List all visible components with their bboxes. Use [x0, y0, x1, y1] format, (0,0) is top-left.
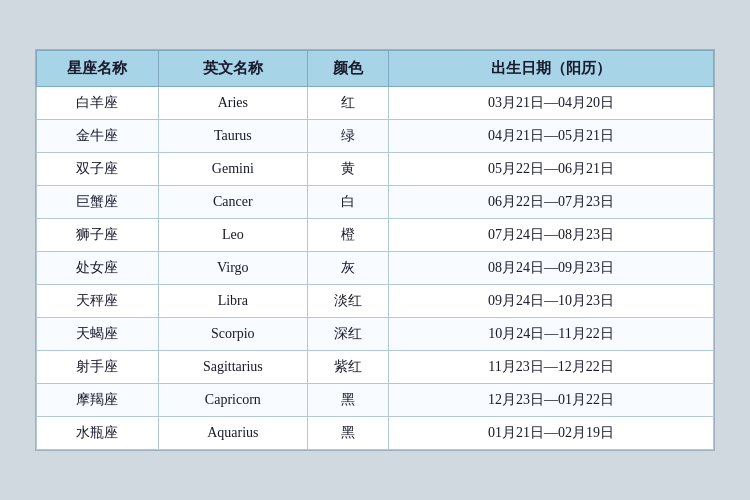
cell-color: 橙	[307, 219, 388, 252]
cell-english: Aries	[158, 87, 307, 120]
cell-color: 白	[307, 186, 388, 219]
table-row: 狮子座Leo橙07月24日—08月23日	[37, 219, 714, 252]
cell-english: Capricorn	[158, 384, 307, 417]
cell-date: 01月21日—02月19日	[389, 417, 714, 450]
cell-date: 06月22日—07月23日	[389, 186, 714, 219]
cell-color: 黑	[307, 384, 388, 417]
cell-chinese: 巨蟹座	[37, 186, 159, 219]
cell-english: Gemini	[158, 153, 307, 186]
cell-chinese: 摩羯座	[37, 384, 159, 417]
cell-date: 10月24日—11月22日	[389, 318, 714, 351]
cell-english: Taurus	[158, 120, 307, 153]
cell-date: 11月23日—12月22日	[389, 351, 714, 384]
table-body: 白羊座Aries红03月21日—04月20日金牛座Taurus绿04月21日—0…	[37, 87, 714, 450]
table-row: 天蝎座Scorpio深红10月24日—11月22日	[37, 318, 714, 351]
header-date: 出生日期（阳历）	[389, 51, 714, 87]
table-header-row: 星座名称 英文名称 颜色 出生日期（阳历）	[37, 51, 714, 87]
cell-english: Cancer	[158, 186, 307, 219]
cell-chinese: 狮子座	[37, 219, 159, 252]
cell-date: 09月24日—10月23日	[389, 285, 714, 318]
cell-chinese: 白羊座	[37, 87, 159, 120]
table-row: 巨蟹座Cancer白06月22日—07月23日	[37, 186, 714, 219]
cell-chinese: 金牛座	[37, 120, 159, 153]
cell-date: 12月23日—01月22日	[389, 384, 714, 417]
cell-color: 灰	[307, 252, 388, 285]
cell-color: 红	[307, 87, 388, 120]
cell-chinese: 水瓶座	[37, 417, 159, 450]
header-english: 英文名称	[158, 51, 307, 87]
table-row: 水瓶座Aquarius黑01月21日—02月19日	[37, 417, 714, 450]
header-color: 颜色	[307, 51, 388, 87]
cell-date: 04月21日—05月21日	[389, 120, 714, 153]
cell-color: 深红	[307, 318, 388, 351]
cell-chinese: 双子座	[37, 153, 159, 186]
cell-date: 08月24日—09月23日	[389, 252, 714, 285]
table-row: 双子座Gemini黄05月22日—06月21日	[37, 153, 714, 186]
cell-color: 黑	[307, 417, 388, 450]
cell-color: 黄	[307, 153, 388, 186]
zodiac-table: 星座名称 英文名称 颜色 出生日期（阳历） 白羊座Aries红03月21日—04…	[36, 50, 714, 450]
cell-english: Libra	[158, 285, 307, 318]
cell-english: Scorpio	[158, 318, 307, 351]
cell-chinese: 天蝎座	[37, 318, 159, 351]
cell-date: 05月22日—06月21日	[389, 153, 714, 186]
cell-chinese: 射手座	[37, 351, 159, 384]
header-chinese: 星座名称	[37, 51, 159, 87]
table-row: 白羊座Aries红03月21日—04月20日	[37, 87, 714, 120]
cell-english: Sagittarius	[158, 351, 307, 384]
cell-color: 淡红	[307, 285, 388, 318]
cell-chinese: 处女座	[37, 252, 159, 285]
table-row: 处女座Virgo灰08月24日—09月23日	[37, 252, 714, 285]
cell-chinese: 天秤座	[37, 285, 159, 318]
cell-color: 紫红	[307, 351, 388, 384]
table-row: 金牛座Taurus绿04月21日—05月21日	[37, 120, 714, 153]
table-row: 摩羯座Capricorn黑12月23日—01月22日	[37, 384, 714, 417]
table-row: 天秤座Libra淡红09月24日—10月23日	[37, 285, 714, 318]
cell-color: 绿	[307, 120, 388, 153]
zodiac-table-container: 星座名称 英文名称 颜色 出生日期（阳历） 白羊座Aries红03月21日—04…	[35, 49, 715, 451]
cell-english: Leo	[158, 219, 307, 252]
cell-date: 07月24日—08月23日	[389, 219, 714, 252]
cell-english: Aquarius	[158, 417, 307, 450]
cell-english: Virgo	[158, 252, 307, 285]
table-row: 射手座Sagittarius紫红11月23日—12月22日	[37, 351, 714, 384]
cell-date: 03月21日—04月20日	[389, 87, 714, 120]
